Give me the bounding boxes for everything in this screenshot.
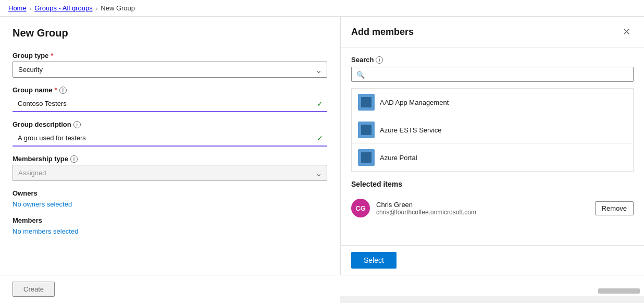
result-avatar-inner-2	[361, 125, 371, 135]
result-name-3: Azure Portal	[380, 154, 417, 162]
result-name-1: AAD App Management	[380, 99, 449, 106]
horizontal-scrollbar-thumb[interactable]	[598, 288, 640, 294]
group-type-field: Group type * Security Microsoft 365	[13, 52, 327, 78]
group-description-input[interactable]	[13, 130, 327, 146]
breadcrumb-sep-2: ›	[96, 5, 98, 11]
breadcrumb-groups[interactable]: Groups - All groups	[34, 4, 92, 12]
selected-email-1: chris@fourthcoffee.onmicrosoft.com	[376, 209, 589, 216]
result-avatar-1	[358, 94, 375, 111]
no-members-link[interactable]: No members selected	[13, 227, 78, 235]
search-info-icon[interactable]: i	[376, 56, 383, 64]
members-label: Members	[13, 216, 327, 224]
close-button[interactable]: ✕	[620, 25, 634, 39]
group-type-select[interactable]: Security Microsoft 365	[13, 62, 327, 78]
group-name-required: *	[55, 86, 57, 94]
right-scrollbar-bottom	[340, 275, 644, 296]
breadcrumb: Home › Groups - All groups › New Group	[0, 0, 644, 17]
remove-button-1[interactable]: Remove	[595, 201, 634, 215]
group-name-checkmark: ✓	[317, 100, 323, 108]
panel-title: Add members	[351, 27, 414, 38]
results-list: AAD App Management Azure ESTS Service Az…	[351, 88, 634, 172]
search-icon: 🔍	[356, 70, 365, 78]
group-name-input[interactable]	[13, 96, 327, 111]
create-button[interactable]: Create	[13, 282, 55, 297]
membership-type-info-icon[interactable]: i	[70, 155, 78, 163]
bottom-area: Create	[0, 275, 644, 303]
group-type-required: *	[51, 52, 53, 59]
membership-type-field: Membership type i Assigned	[13, 155, 327, 181]
members-section: Members No members selected	[13, 216, 327, 235]
result-avatar-inner-3	[361, 152, 371, 163]
result-avatar-3	[358, 149, 375, 166]
left-panel: New Group Group type * Security Microsof…	[0, 17, 340, 275]
search-input[interactable]	[351, 67, 634, 82]
membership-type-select[interactable]: Assigned	[13, 165, 327, 181]
group-description-input-wrapper: ✓	[13, 130, 327, 147]
group-description-label: Group description i	[13, 120, 327, 128]
result-avatar-2	[358, 122, 375, 138]
selected-item-1: CG Chris Green chris@fourthcoffee.onmicr…	[351, 195, 634, 222]
membership-type-select-wrapper: Assigned	[13, 165, 327, 181]
group-description-checkmark: ✓	[317, 134, 323, 142]
group-description-field: Group description i ✓	[13, 120, 327, 147]
bottom-left-bar: Create	[0, 275, 340, 303]
select-button[interactable]: Select	[351, 252, 397, 269]
selected-name-1: Chris Green	[376, 201, 589, 209]
selected-avatar-1: CG	[351, 199, 370, 217]
group-name-field: Group name * i ✓	[13, 86, 327, 112]
breadcrumb-home[interactable]: Home	[8, 4, 27, 12]
search-wrapper: 🔍	[351, 67, 634, 82]
selected-items-label: Selected items	[351, 180, 634, 188]
result-item-2[interactable]: Azure ESTS Service	[352, 116, 633, 144]
group-name-info-icon[interactable]: i	[59, 87, 67, 94]
result-item-1[interactable]: AAD App Management	[352, 89, 633, 116]
membership-type-label: Membership type i	[13, 155, 327, 163]
panel-body: Search i 🔍 AAD App Management	[341, 47, 644, 245]
selected-info-1: Chris Green chris@fourthcoffee.onmicroso…	[376, 201, 589, 216]
result-avatar-inner-1	[361, 97, 371, 107]
group-description-info-icon[interactable]: i	[73, 121, 81, 128]
panel-header: Add members ✕	[341, 17, 644, 47]
group-type-select-wrapper: Security Microsoft 365	[13, 62, 327, 78]
result-item-3[interactable]: Azure Portal	[352, 144, 633, 171]
page-title: New Group	[13, 27, 327, 39]
owners-section: Owners No owners selected	[13, 189, 327, 208]
result-name-2: Azure ESTS Service	[380, 126, 442, 134]
panel-footer: Select	[341, 245, 644, 275]
group-name-input-wrapper: ✓	[13, 96, 327, 112]
search-label: Search i	[351, 56, 634, 64]
group-type-label: Group type *	[13, 52, 327, 59]
no-owners-link[interactable]: No owners selected	[13, 200, 72, 208]
owners-label: Owners	[13, 189, 327, 197]
right-panel: Add members ✕ Search i 🔍 AAD App Managem…	[340, 17, 644, 275]
breadcrumb-current: New Group	[101, 4, 135, 12]
group-name-label: Group name * i	[13, 86, 327, 94]
breadcrumb-sep-1: ›	[30, 5, 32, 11]
